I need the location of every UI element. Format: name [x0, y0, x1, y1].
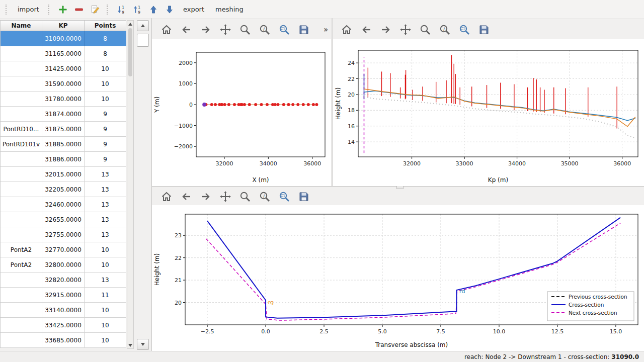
- cross-section-points: [274, 103, 277, 106]
- header-name[interactable]: Name: [1, 21, 42, 31]
- zoom-info-icon: i: [259, 24, 271, 36]
- forward-button[interactable]: [198, 22, 213, 37]
- zoom-info-button[interactable]: i: [257, 22, 272, 37]
- table-row[interactable]: 32915.000011: [1, 288, 126, 303]
- svg-text:20: 20: [348, 92, 355, 98]
- zoom-rect-button[interactable]: [277, 189, 292, 204]
- table-row[interactable]: 32205.000013: [1, 182, 126, 197]
- table-scrollbar[interactable]: [127, 20, 134, 349]
- cross-section-canvas[interactable]: −2.50.02.55.07.510.012.515.020212223Tran…: [152, 205, 644, 351]
- pan-button[interactable]: [218, 189, 233, 204]
- remove-button[interactable]: [72, 3, 86, 17]
- cell-kp: 31165.0000: [42, 46, 85, 61]
- toolbar-grip[interactable]: [107, 5, 110, 15]
- longitudinal-profile-canvas[interactable]: 3200033000340003500036000141618202224Kp …: [333, 39, 644, 186]
- header-kp[interactable]: KP: [42, 21, 85, 31]
- table-row[interactable]: 31886.00009: [1, 152, 126, 167]
- zoom-info-button[interactable]: i: [257, 189, 272, 204]
- toolbar-grip[interactable]: [6, 5, 9, 15]
- move-down-button[interactable]: [163, 3, 177, 17]
- plan-view-plot: 320003400036000−2000−1000010002000X (m)Y…: [152, 39, 331, 186]
- table-row[interactable]: 33425.000010: [1, 318, 126, 333]
- home-button[interactable]: [339, 22, 354, 37]
- panel-scrollbar-thumb[interactable]: [137, 34, 149, 47]
- table-row[interactable]: 32755.000013: [1, 227, 126, 242]
- table-row[interactable]: PontA232770.000010: [1, 242, 126, 257]
- svg-text:Transverse abscissa (m): Transverse abscissa (m): [375, 341, 448, 348]
- zoom-icon: [419, 24, 431, 36]
- move-up-button[interactable]: [146, 3, 160, 17]
- svg-text:20: 20: [175, 300, 182, 306]
- scroll-down-button[interactable]: [127, 342, 133, 348]
- home-button[interactable]: [159, 22, 174, 37]
- zoom-rect-icon: [278, 191, 290, 203]
- cross-section-points: [248, 103, 251, 106]
- table-row[interactable]: 31874.00009: [1, 107, 126, 122]
- table-row[interactable]: 31090.00008: [1, 31, 126, 46]
- svg-text:X (m): X (m): [252, 176, 269, 184]
- svg-text:18: 18: [348, 107, 355, 114]
- cross-sections-table: Name KP Points 31090.0000831165.00008314…: [0, 20, 126, 348]
- home-button[interactable]: [159, 189, 174, 204]
- zoom-button[interactable]: [418, 22, 433, 37]
- sort-ascending-button[interactable]: 19: [130, 3, 144, 17]
- table-row[interactable]: 32820.000013: [1, 273, 126, 288]
- plan-view-canvas[interactable]: 320003400036000−2000−1000010002000X (m)Y…: [152, 39, 331, 186]
- back-button[interactable]: [359, 22, 374, 37]
- longitudinal-profile-plot: 3200033000340003500036000141618202224Kp …: [333, 39, 644, 186]
- back-button[interactable]: [179, 189, 194, 204]
- cross-section-points: [291, 103, 294, 106]
- zoom-rect-button[interactable]: [277, 22, 292, 37]
- panel-scrollbar[interactable]: [137, 20, 150, 350]
- table-row[interactable]: 33685.000010: [1, 333, 126, 348]
- table-row[interactable]: PontA232800.000010: [1, 257, 126, 273]
- cell-name: [1, 31, 42, 46]
- scroll-up-icon: [128, 23, 132, 26]
- table-row[interactable]: 32460.000013: [1, 197, 126, 212]
- zoom-info-button[interactable]: i: [437, 22, 452, 37]
- toolbar-grip[interactable]: [48, 5, 51, 15]
- table-row[interactable]: 32015.000013: [1, 167, 126, 182]
- save-button[interactable]: [476, 22, 492, 37]
- table-row[interactable]: 33140.000010: [1, 303, 126, 318]
- back-button[interactable]: [179, 22, 194, 37]
- save-button[interactable]: [296, 189, 311, 204]
- cell-name: [1, 167, 42, 182]
- pan-button[interactable]: [398, 22, 413, 37]
- zoom-rect-button[interactable]: [457, 22, 472, 37]
- edit-button[interactable]: [88, 3, 102, 17]
- cell-name: [1, 303, 42, 318]
- pan-button[interactable]: [218, 22, 233, 37]
- scrollbar-thumb[interactable]: [128, 28, 132, 76]
- meshing-menu[interactable]: meshing: [211, 4, 248, 15]
- scroll-up-button[interactable]: [127, 21, 133, 27]
- add-icon: [58, 5, 68, 15]
- forward-button[interactable]: [378, 22, 393, 37]
- panel-scroll-up-button[interactable]: [137, 20, 149, 31]
- table-row[interactable]: 32655.000013: [1, 212, 126, 227]
- header-points[interactable]: Points: [85, 21, 126, 31]
- zoom-button[interactable]: [237, 22, 253, 37]
- table-row[interactable]: 31590.000010: [1, 76, 126, 92]
- import-menu[interactable]: import: [13, 4, 44, 15]
- add-button[interactable]: [56, 3, 70, 17]
- save-icon: [478, 24, 490, 36]
- zoom-button[interactable]: [237, 189, 253, 204]
- toolbar-overflow-chevron[interactable]: »: [324, 25, 328, 34]
- application-window: import 1919 export meshing Name KP Point…: [0, 0, 644, 362]
- svg-text:Height (m): Height (m): [335, 87, 342, 120]
- zoom-icon: [239, 24, 251, 36]
- table-row[interactable]: PontRD10...31875.00009: [1, 122, 126, 137]
- table-row[interactable]: 31780.000010: [1, 92, 126, 107]
- export-menu[interactable]: export: [179, 4, 209, 15]
- table-row[interactable]: 31425.000010: [1, 61, 126, 76]
- table-row[interactable]: PontRD101v31885.00009: [1, 137, 126, 152]
- table-row[interactable]: 31165.00008: [1, 46, 126, 61]
- save-button[interactable]: [296, 22, 311, 37]
- plots-vertical-splitter[interactable]: [332, 18, 333, 186]
- panel-scroll-down-button[interactable]: [137, 339, 149, 350]
- svg-text:Previous cross-section: Previous cross-section: [569, 294, 627, 300]
- forward-button[interactable]: [198, 189, 213, 204]
- sort-descending-button[interactable]: 19: [114, 3, 128, 17]
- cross-section-points: [266, 103, 269, 106]
